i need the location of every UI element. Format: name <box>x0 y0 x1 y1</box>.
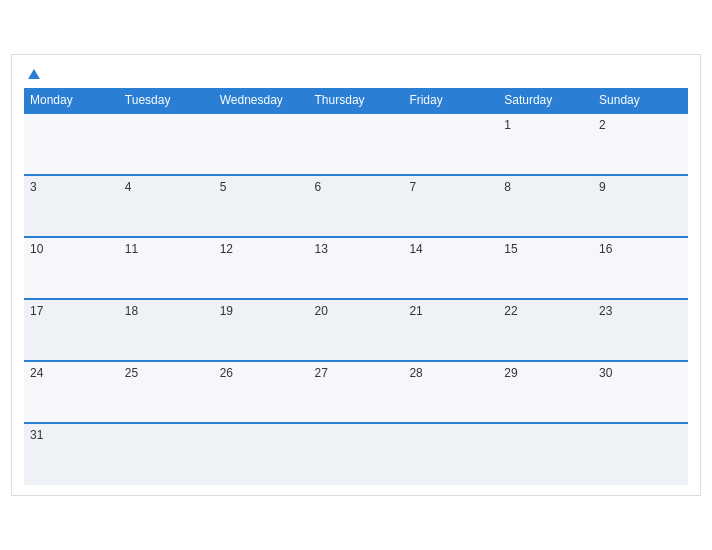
day-number: 3 <box>30 180 37 194</box>
calendar-empty-cell <box>403 113 498 175</box>
calendar-day-5: 5 <box>214 175 309 237</box>
calendar-day-30: 30 <box>593 361 688 423</box>
day-header-thursday: Thursday <box>309 88 404 113</box>
calendar-day-22: 22 <box>498 299 593 361</box>
calendar-day-13: 13 <box>309 237 404 299</box>
day-number: 13 <box>315 242 328 256</box>
day-header-wednesday: Wednesday <box>214 88 309 113</box>
calendar-day-8: 8 <box>498 175 593 237</box>
day-number: 18 <box>125 304 138 318</box>
calendar-week-row: 31 <box>24 423 688 485</box>
day-number: 11 <box>125 242 138 256</box>
day-number: 20 <box>315 304 328 318</box>
calendar-empty-cell <box>403 423 498 485</box>
day-number: 1 <box>504 118 511 132</box>
day-number: 27 <box>315 366 328 380</box>
day-number: 23 <box>599 304 612 318</box>
calendar-day-4: 4 <box>119 175 214 237</box>
calendar-week-row: 3456789 <box>24 175 688 237</box>
day-number: 2 <box>599 118 606 132</box>
calendar-day-29: 29 <box>498 361 593 423</box>
calendar-week-row: 24252627282930 <box>24 361 688 423</box>
calendar-day-15: 15 <box>498 237 593 299</box>
day-number: 28 <box>409 366 422 380</box>
day-number: 29 <box>504 366 517 380</box>
calendar-week-row: 12 <box>24 113 688 175</box>
calendar-day-27: 27 <box>309 361 404 423</box>
calendar-day-6: 6 <box>309 175 404 237</box>
calendar-day-1: 1 <box>498 113 593 175</box>
calendar-empty-cell <box>119 423 214 485</box>
day-number: 24 <box>30 366 43 380</box>
day-number: 5 <box>220 180 227 194</box>
day-header-tuesday: Tuesday <box>119 88 214 113</box>
logo <box>26 65 40 81</box>
calendar-day-3: 3 <box>24 175 119 237</box>
calendar-day-28: 28 <box>403 361 498 423</box>
calendar-day-20: 20 <box>309 299 404 361</box>
day-number: 14 <box>409 242 422 256</box>
day-number: 26 <box>220 366 233 380</box>
calendar-day-31: 31 <box>24 423 119 485</box>
day-number: 12 <box>220 242 233 256</box>
day-number: 10 <box>30 242 43 256</box>
calendar-day-18: 18 <box>119 299 214 361</box>
calendar: MondayTuesdayWednesdayThursdayFridaySatu… <box>11 54 701 497</box>
calendar-empty-cell <box>119 113 214 175</box>
calendar-day-25: 25 <box>119 361 214 423</box>
calendar-day-7: 7 <box>403 175 498 237</box>
calendar-day-23: 23 <box>593 299 688 361</box>
day-number: 17 <box>30 304 43 318</box>
calendar-empty-cell <box>309 113 404 175</box>
calendar-empty-cell <box>214 423 309 485</box>
calendar-day-16: 16 <box>593 237 688 299</box>
day-number: 21 <box>409 304 422 318</box>
day-number: 9 <box>599 180 606 194</box>
logo-triangle-icon <box>28 69 40 79</box>
day-number: 7 <box>409 180 416 194</box>
day-number: 4 <box>125 180 132 194</box>
calendar-day-12: 12 <box>214 237 309 299</box>
calendar-week-row: 10111213141516 <box>24 237 688 299</box>
calendar-day-10: 10 <box>24 237 119 299</box>
day-header-saturday: Saturday <box>498 88 593 113</box>
calendar-empty-cell <box>593 423 688 485</box>
day-number: 22 <box>504 304 517 318</box>
day-number: 30 <box>599 366 612 380</box>
day-number: 8 <box>504 180 511 194</box>
calendar-day-24: 24 <box>24 361 119 423</box>
calendar-day-14: 14 <box>403 237 498 299</box>
day-number: 16 <box>599 242 612 256</box>
day-number: 19 <box>220 304 233 318</box>
day-header-friday: Friday <box>403 88 498 113</box>
calendar-empty-cell <box>24 113 119 175</box>
day-number: 31 <box>30 428 43 442</box>
calendar-day-2: 2 <box>593 113 688 175</box>
calendar-empty-cell <box>309 423 404 485</box>
calendar-day-21: 21 <box>403 299 498 361</box>
calendar-empty-cell <box>214 113 309 175</box>
calendar-day-19: 19 <box>214 299 309 361</box>
day-number: 15 <box>504 242 517 256</box>
logo-general-text <box>26 65 40 81</box>
calendar-header <box>24 65 688 81</box>
calendar-day-11: 11 <box>119 237 214 299</box>
calendar-grid: MondayTuesdayWednesdayThursdayFridaySatu… <box>24 88 688 485</box>
calendar-day-26: 26 <box>214 361 309 423</box>
day-header-sunday: Sunday <box>593 88 688 113</box>
calendar-empty-cell <box>498 423 593 485</box>
calendar-day-17: 17 <box>24 299 119 361</box>
day-header-monday: Monday <box>24 88 119 113</box>
calendar-header-row: MondayTuesdayWednesdayThursdayFridaySatu… <box>24 88 688 113</box>
calendar-day-9: 9 <box>593 175 688 237</box>
day-number: 25 <box>125 366 138 380</box>
day-number: 6 <box>315 180 322 194</box>
calendar-week-row: 17181920212223 <box>24 299 688 361</box>
